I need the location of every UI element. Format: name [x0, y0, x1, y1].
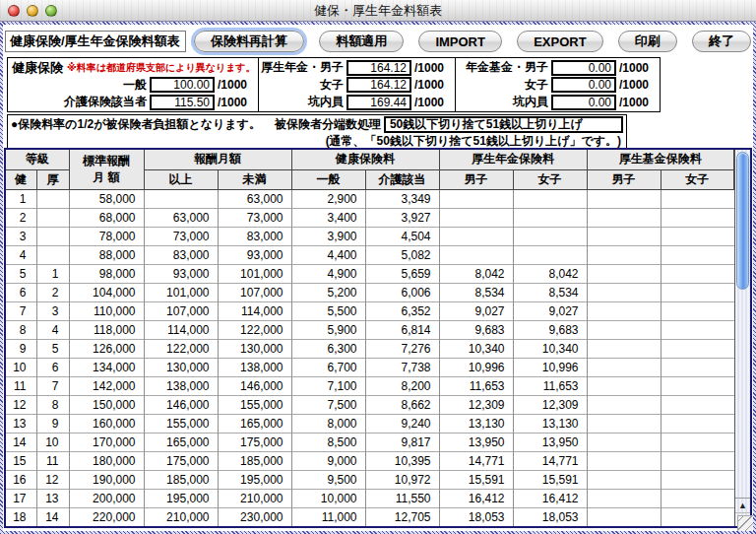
- table-cell: 4,900: [291, 264, 365, 283]
- pension-fund-group: 年金基金・男子 0.00 /1000 女子 0.00 /1000 坑内員 0.0…: [455, 58, 660, 111]
- table-cell: 3,900: [291, 227, 365, 245]
- zoom-button-icon[interactable]: [45, 5, 57, 17]
- table-row[interactable]: 1511180,000175,000185,0009,00010,39514,7…: [6, 451, 734, 470]
- table-cell: 6: [36, 358, 69, 376]
- pension-miner-field[interactable]: 169.44: [346, 95, 411, 110]
- header-standard-monthly: 標準報酬 月 額: [69, 150, 144, 189]
- pension-male-label: 厚生年金・男子: [261, 59, 344, 76]
- quit-button[interactable]: 終了: [692, 31, 751, 52]
- table-cell: 118,000: [69, 320, 144, 339]
- rounding-method-field[interactable]: 50銭以下切り捨て51銭以上切り上げ: [384, 116, 623, 133]
- table-cell: 10,340: [439, 339, 513, 358]
- table-header: 等級 標準報酬 月 額 報酬月額 健康保険料 厚生年金保険料 厚生基金保険料 健: [6, 150, 734, 189]
- table-row[interactable]: 1713200,000195,000210,00010,00011,55016,…: [6, 489, 734, 507]
- table-cell: 9,500: [291, 470, 365, 489]
- table-cell: [587, 339, 661, 358]
- fund-male-field[interactable]: 0.00: [551, 60, 616, 76]
- welfare-pension-group: 厚生年金・男子 164.12 /1000 女子 164.12 /1000 坑内員…: [258, 58, 455, 111]
- table-cell: 73,000: [218, 208, 291, 227]
- table-row[interactable]: 106134,000130,000138,0006,7007,73810,996…: [6, 358, 734, 376]
- table-cell: 12,309: [439, 395, 513, 414]
- table-row[interactable]: 84118,000114,000122,0005,9006,8149,6839,…: [6, 320, 734, 339]
- header-over: 以上: [144, 169, 218, 189]
- prefecture-note: ※料率は都道府県支部により異なります。: [67, 61, 256, 75]
- table-cell: 9,683: [439, 320, 513, 339]
- table-row[interactable]: 139160,000155,000165,0008,0009,24013,130…: [6, 414, 734, 433]
- table-cell: [36, 227, 69, 245]
- table-cell: 6,006: [365, 283, 439, 301]
- table-row[interactable]: 268,00063,00073,0003,4003,927: [6, 208, 734, 227]
- header-fund-male: 男子: [587, 169, 661, 189]
- close-button-icon[interactable]: [8, 5, 20, 17]
- health-insurance-group: 健康保険 ※料率は都道府県支部により異なります。 一般 100.00 /1000…: [8, 58, 258, 111]
- table-row[interactable]: 158,00063,0002,9003,349: [6, 189, 734, 208]
- minimize-button-icon[interactable]: [27, 5, 38, 17]
- header-pension-female: 女子: [513, 169, 587, 189]
- pension-female-field[interactable]: 164.12: [346, 77, 411, 93]
- resize-grip-icon[interactable]: [737, 515, 753, 531]
- app-window: 健保・厚生年金料額表 健康保険/厚生年金保険料額表 保険料再計算 料額適用 IM…: [0, 0, 756, 534]
- fund-female-field[interactable]: 0.00: [551, 77, 616, 93]
- table-row[interactable]: 378,00073,00083,0003,9004,504: [6, 227, 734, 245]
- export-button[interactable]: EXPORT: [517, 31, 602, 52]
- table-cell: [661, 339, 734, 358]
- table-cell: [513, 189, 587, 208]
- table-cell: [661, 358, 734, 376]
- table-cell: 10,340: [513, 339, 587, 358]
- vertical-scrollbar[interactable]: ▲ ▼: [734, 150, 750, 526]
- table-row[interactable]: 5198,00093,000101,0004,9005,6598,0428,04…: [6, 264, 734, 283]
- table-cell: 210,000: [144, 507, 218, 526]
- table-cell: 210,000: [218, 489, 291, 507]
- table-cell: 5,082: [365, 245, 439, 264]
- rates-panel: 健康保険 ※料率は都道府県支部により異なります。 一般 100.00 /1000…: [7, 57, 661, 112]
- table-row[interactable]: 1410170,000165,000175,0008,5009,81713,95…: [6, 433, 734, 451]
- per-thousand-label: /1000: [215, 78, 254, 92]
- table-cell: [587, 376, 661, 395]
- header-grade-health: 健: [6, 169, 36, 189]
- table-cell: [439, 227, 513, 245]
- apply-amount-button[interactable]: 料額適用: [319, 31, 404, 52]
- table-cell: 14: [6, 433, 36, 451]
- table-row[interactable]: 95126,000122,000130,0006,3007,27610,3401…: [6, 339, 734, 358]
- table-cell: 9: [36, 414, 69, 433]
- table-cell: 83,000: [218, 227, 291, 245]
- table-row[interactable]: 73110,000107,000114,0005,5006,3529,0279,…: [6, 301, 734, 320]
- table-cell: 5: [36, 339, 69, 358]
- table-cell: 8,500: [291, 433, 365, 451]
- table-cell: [661, 489, 734, 507]
- general-rate-field[interactable]: 100.00: [150, 77, 215, 93]
- table-cell: 138,000: [218, 358, 291, 376]
- table-row[interactable]: 488,00083,00093,0004,4005,082: [6, 245, 734, 264]
- table-row[interactable]: 1612190,000185,000195,0009,50010,97215,5…: [6, 470, 734, 489]
- table-row[interactable]: 1814220,000210,000230,00011,00012,70518,…: [6, 507, 734, 526]
- table-cell: 155,000: [144, 414, 218, 433]
- table-cell: [587, 283, 661, 301]
- table-row[interactable]: 62104,000101,000107,0005,2006,0068,5348,…: [6, 283, 734, 301]
- table-cell: [661, 227, 734, 245]
- table-cell: 16,412: [513, 489, 587, 507]
- scrollbar-thumb[interactable]: [736, 152, 749, 290]
- table-cell: 2,900: [291, 189, 365, 208]
- print-button[interactable]: 印刷: [618, 31, 677, 52]
- table-cell: 13,950: [439, 433, 513, 451]
- table-row[interactable]: 117142,000138,000146,0007,1008,20011,653…: [6, 376, 734, 395]
- table-cell: 13,130: [439, 414, 513, 433]
- import-button[interactable]: IMPORT: [418, 31, 502, 52]
- table-cell: [587, 320, 661, 339]
- table-cell: 1: [6, 189, 36, 208]
- table-cell: 11: [6, 376, 36, 395]
- table-cell: 9: [6, 339, 36, 358]
- table-cell: [439, 245, 513, 264]
- care-rate-field[interactable]: 115.50: [150, 95, 215, 110]
- scroll-up-icon[interactable]: ▲: [735, 499, 750, 512]
- health-insurance-title: 健康保険: [12, 59, 63, 77]
- table-cell: 11,653: [513, 376, 587, 395]
- fund-miner-field[interactable]: 0.00: [551, 95, 616, 110]
- table-row[interactable]: 128150,000146,000155,0007,5008,66212,309…: [6, 395, 734, 414]
- pension-male-field[interactable]: 164.12: [346, 60, 411, 76]
- table-cell: 5,900: [291, 320, 365, 339]
- recalculate-premium-button[interactable]: 保険料再計算: [194, 31, 304, 52]
- table-cell: [439, 189, 513, 208]
- table-cell: 2: [6, 208, 36, 227]
- pension-female-label: 女子: [320, 77, 344, 94]
